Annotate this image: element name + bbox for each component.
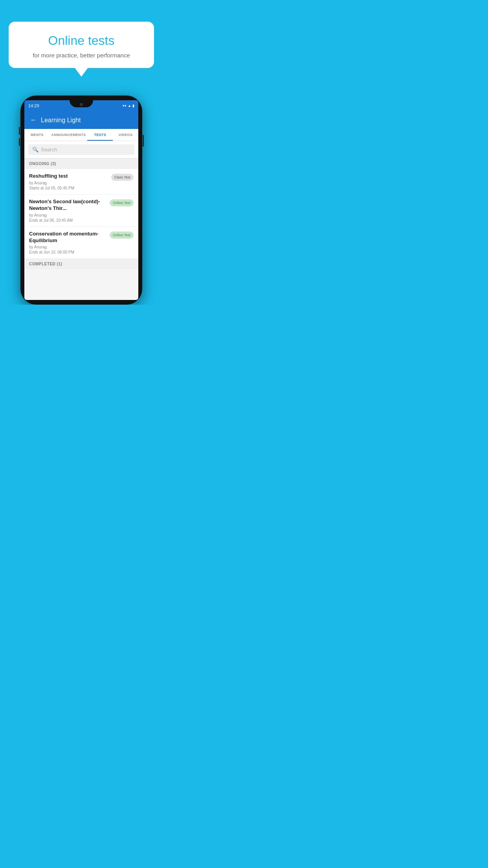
app-header: ← Learning Light xyxy=(24,111,138,129)
status-bar: 14:29 ▾▾ ▲ ▮ xyxy=(24,100,138,111)
search-bar[interactable]: 🔍 Search xyxy=(28,144,134,155)
test-title: Newton's Second law(contd)-Newton's Thir… xyxy=(29,199,106,212)
search-input[interactable]: Search xyxy=(41,147,57,153)
tab-tests[interactable]: TESTS xyxy=(87,129,113,141)
tabs-bar: MENTS ANNOUNCEMENTS TESTS VIDEOS xyxy=(24,129,138,141)
ongoing-section-header: ONGOING (3) xyxy=(24,158,138,169)
back-button[interactable]: ← xyxy=(30,116,37,124)
test-badge-online: Online Test xyxy=(110,232,134,239)
phone-time: 14:29 xyxy=(28,103,39,108)
completed-section-header: COMPLETED (1) xyxy=(24,259,138,269)
test-author: by Anurag xyxy=(29,181,108,185)
signal-icon: ▲ xyxy=(128,104,131,108)
test-title: Conservation of momentum-Equilibrium xyxy=(29,231,106,244)
test-title: Reshuffling test xyxy=(29,173,108,180)
phone-frame: 14:29 ▾▾ ▲ ▮ ← Learning Light MENTS xyxy=(20,96,142,305)
wifi-icon: ▾▾ xyxy=(123,104,127,108)
test-author: by Anurag xyxy=(29,245,106,249)
test-item[interactable]: Reshuffling test by Anurag Starts at Jul… xyxy=(24,169,138,195)
battery-icon: ▮ xyxy=(132,104,134,108)
tab-videos[interactable]: VIDEOS xyxy=(113,129,138,141)
test-author: by Anurag xyxy=(29,213,106,217)
tab-ments[interactable]: MENTS xyxy=(24,129,50,141)
volume-down-button xyxy=(19,138,20,146)
test-badge-class: Class Test xyxy=(111,174,134,181)
power-button xyxy=(143,135,144,147)
test-item[interactable]: Newton's Second law(contd)-Newton's Thir… xyxy=(24,195,138,227)
test-date: Starts at Jul 05, 05:45 PM xyxy=(29,186,108,190)
volume-up-button xyxy=(19,127,20,135)
phone-notch xyxy=(70,100,93,107)
phone-screen: ← Learning Light MENTS ANNOUNCEMENTS TES… xyxy=(24,111,138,300)
test-item-content: Conservation of momentum-Equilibrium by … xyxy=(29,231,106,255)
test-date: Ends at Jun 10, 06:00 PM xyxy=(29,250,106,254)
test-item-content: Newton's Second law(contd)-Newton's Thir… xyxy=(29,199,106,223)
test-date: Ends at Jul 06, 10:45 AM xyxy=(29,218,106,223)
bubble-subtitle: for more practice, better performance xyxy=(17,52,146,59)
status-icons: ▾▾ ▲ ▮ xyxy=(123,104,134,108)
app-title: Learning Light xyxy=(41,117,81,124)
phone-body: 14:29 ▾▾ ▲ ▮ ← Learning Light MENTS xyxy=(20,96,142,305)
test-badge-online: Online Test xyxy=(110,199,134,206)
speech-bubble: Online tests for more practice, better p… xyxy=(9,22,154,68)
test-item-content: Reshuffling test by Anurag Starts at Jul… xyxy=(29,173,108,190)
bubble-title: Online tests xyxy=(17,33,146,48)
tab-announcements[interactable]: ANNOUNCEMENTS xyxy=(50,129,87,141)
search-container: 🔍 Search xyxy=(24,141,138,158)
front-camera xyxy=(80,103,83,106)
search-icon: 🔍 xyxy=(32,147,39,153)
test-item[interactable]: Conservation of momentum-Equilibrium by … xyxy=(24,227,138,259)
speech-bubble-section: Online tests for more practice, better p… xyxy=(0,22,163,68)
